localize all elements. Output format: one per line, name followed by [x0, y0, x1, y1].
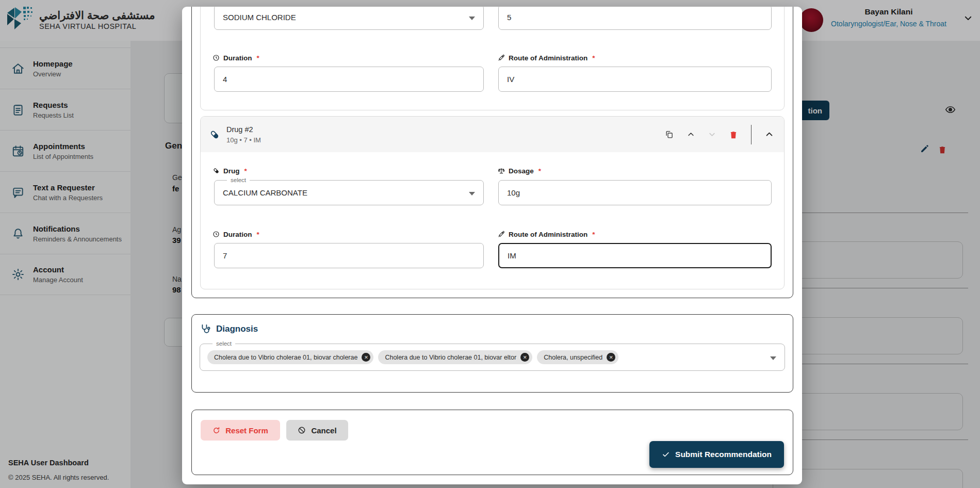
- drug-2-route-input[interactable]: [498, 243, 772, 268]
- drugs-container: select SODIUM CHLORIDE Duration* Route o…: [191, 7, 793, 298]
- header-divider: [751, 125, 752, 144]
- select-float-label: select: [227, 7, 250, 9]
- screen: مستشفى صحة الافتراضي SEHA VIRTUAL HOSPIT…: [0, 0, 980, 488]
- delete-drug-button[interactable]: [729, 130, 738, 139]
- diagnosis-chip: Cholera due to Vibrio cholerae 01, biova…: [207, 350, 373, 364]
- clock-icon: [213, 54, 220, 61]
- drug-2-duration-label: Duration*: [213, 230, 259, 238]
- drug-2-card: Drug #2 10g • 7 • IM: [200, 116, 785, 289]
- drug-1-card: select SODIUM CHLORIDE Duration* Route o…: [200, 7, 785, 110]
- remove-chip-icon[interactable]: [520, 353, 529, 362]
- diagnosis-select[interactable]: select Cholera due to Vibrio cholerae 01…: [200, 344, 785, 371]
- drug-1-duration-input[interactable]: [214, 67, 484, 92]
- drug-1-drug-select[interactable]: select SODIUM CHLORIDE: [214, 7, 484, 30]
- drug-1-drug-value: SODIUM CHLORIDE: [223, 13, 296, 22]
- caret-down-icon: [469, 192, 475, 196]
- refresh-icon: [213, 427, 220, 434]
- move-drug-up-button[interactable]: [687, 131, 695, 138]
- form-actions-section: Reset Form Cancel Submit Recommendation: [191, 410, 793, 475]
- pill-icon: [213, 167, 220, 174]
- caret-down-icon: [469, 17, 475, 20]
- drug-2-drug-label: Drug*: [213, 167, 247, 175]
- cancel-button[interactable]: Cancel: [286, 420, 348, 441]
- check-icon: [662, 450, 670, 459]
- move-drug-down-button[interactable]: [708, 131, 716, 138]
- drug-2-dosage-label: Dosage*: [498, 167, 541, 175]
- drug-2-drug-value: CALCIUM CARBONATE: [223, 188, 307, 197]
- diagnosis-section: Diagnosis select Cholera due to Vibrio c…: [191, 314, 793, 393]
- drug-2-duration-input[interactable]: [214, 243, 484, 268]
- reset-form-button[interactable]: Reset Form: [201, 420, 280, 441]
- drug-2-title: Drug #2: [226, 125, 261, 134]
- scale-icon: [498, 167, 505, 174]
- syringe-icon: [498, 231, 505, 238]
- diagnosis-chip: Cholera, unspecified: [537, 350, 618, 364]
- drug-1-route-label: Route of Administration*: [498, 54, 595, 62]
- recommendation-modal: select SODIUM CHLORIDE Duration* Route o…: [182, 7, 802, 484]
- submit-recommendation-button[interactable]: Submit Recommendation: [649, 441, 784, 468]
- caret-down-icon: [770, 356, 776, 360]
- diagnosis-chip: Cholera due to Vibrio cholerae 01, biova…: [378, 350, 532, 364]
- stethoscope-icon: [200, 323, 211, 334]
- diagnosis-title: Diagnosis: [200, 323, 258, 334]
- drug-1-dosage-input[interactable]: [498, 7, 772, 30]
- drug-1-duration-label: Duration*: [213, 54, 259, 62]
- remove-chip-icon[interactable]: [607, 353, 615, 362]
- drug-1-route-input[interactable]: [498, 67, 772, 92]
- syringe-icon: [498, 54, 505, 61]
- select-float-label: select: [213, 340, 235, 348]
- select-float-label: select: [227, 176, 250, 184]
- drug-2-header: Drug #2 10g • 7 • IM: [201, 117, 784, 152]
- ban-icon: [298, 426, 306, 434]
- drug-2-drug-select[interactable]: select CALCIUM CARBONATE: [214, 180, 484, 205]
- drug-2-summary: 10g • 7 • IM: [226, 136, 261, 144]
- drug-2-route-label: Route of Administration*: [498, 230, 595, 238]
- drug-2-dosage-input[interactable]: [498, 180, 772, 205]
- remove-chip-icon[interactable]: [362, 353, 370, 362]
- copy-drug-button[interactable]: [665, 130, 674, 139]
- clock-icon: [213, 231, 220, 238]
- pill-icon: [209, 129, 220, 140]
- collapse-drug-button[interactable]: [765, 130, 774, 139]
